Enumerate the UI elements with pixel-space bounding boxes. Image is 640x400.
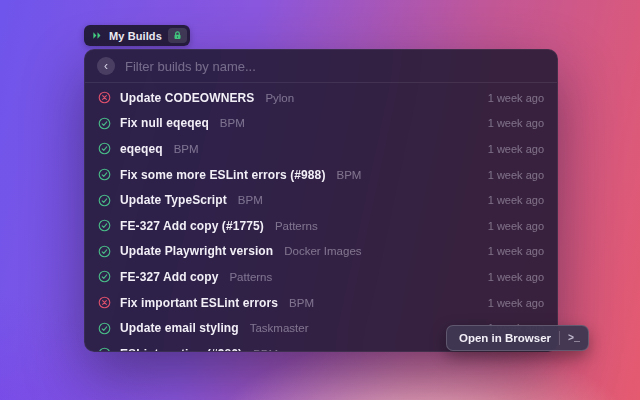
build-title: FE-327 Add copy <box>120 270 218 284</box>
my-builds-tab[interactable]: My Builds <box>84 25 190 46</box>
build-project: Patterns <box>229 271 272 283</box>
build-row[interactable]: Fix important ESLint errors BPM 1 week a… <box>85 290 557 316</box>
build-time: 1 week ago <box>488 92 544 104</box>
terminal-prompt-icon: >_ <box>568 333 580 344</box>
builds-chevrons-icon <box>92 30 103 41</box>
build-row[interactable]: FE-327 Add copy (#1775) Patterns 1 week … <box>85 213 557 239</box>
check-circle-icon <box>98 347 111 352</box>
check-circle-icon <box>98 245 111 258</box>
lock-badge <box>168 28 187 43</box>
builds-panel: ‹ Update CODEOWNERS Pylon 1 week ago Fix… <box>84 49 558 352</box>
build-project: Docker Images <box>284 245 361 257</box>
filter-input[interactable] <box>125 59 545 74</box>
build-title: FE-327 Add copy (#1775) <box>120 219 264 233</box>
build-project: BPM <box>336 169 361 181</box>
build-title: ESLint sorting (#986) <box>120 347 242 352</box>
build-project: BPM <box>289 297 314 309</box>
check-circle-icon <box>98 168 111 181</box>
build-project: Pylon <box>265 92 294 104</box>
build-time: 1 week ago <box>488 271 544 283</box>
x-circle-icon <box>98 91 111 104</box>
build-row[interactable]: Update CODEOWNERS Pylon 1 week ago <box>85 85 557 111</box>
open-in-browser-button[interactable]: Open in Browser >_ <box>446 325 589 351</box>
open-in-browser-label: Open in Browser <box>459 332 551 344</box>
chevron-left-icon: ‹ <box>104 58 108 74</box>
build-row[interactable]: Update Playwright version Docker Images … <box>85 239 557 265</box>
build-row[interactable]: FE-327 Add copy Patterns 1 week ago <box>85 264 557 290</box>
back-button[interactable]: ‹ <box>97 57 115 75</box>
build-title: Fix important ESLint errors <box>120 296 278 310</box>
check-circle-icon <box>98 322 111 335</box>
build-project: Patterns <box>275 220 318 232</box>
search-bar: ‹ <box>85 50 557 83</box>
build-project: BPM <box>238 194 263 206</box>
build-row[interactable]: Fix null eqeqeq BPM 1 week ago <box>85 111 557 137</box>
build-title: Fix null eqeqeq <box>120 116 209 130</box>
my-builds-tab-label: My Builds <box>109 30 162 42</box>
button-divider <box>559 331 560 345</box>
build-project: BPM <box>253 348 278 352</box>
build-row[interactable]: Update TypeScript BPM 1 week ago <box>85 187 557 213</box>
check-circle-icon <box>98 219 111 232</box>
build-time: 1 week ago <box>488 194 544 206</box>
check-circle-icon <box>98 142 111 155</box>
build-project: BPM <box>174 143 199 155</box>
builds-list: Update CODEOWNERS Pylon 1 week ago Fix n… <box>85 83 557 352</box>
build-title: Update TypeScript <box>120 193 227 207</box>
lock-icon <box>172 30 183 41</box>
build-project: BPM <box>220 117 245 129</box>
build-title: Update Playwright version <box>120 244 273 258</box>
build-time: 1 week ago <box>488 220 544 232</box>
build-time: 1 week ago <box>488 245 544 257</box>
check-circle-icon <box>98 194 111 207</box>
check-circle-icon <box>98 270 111 283</box>
build-time: 1 week ago <box>488 143 544 155</box>
build-row[interactable]: eqeqeq BPM 1 week ago <box>85 136 557 162</box>
build-title: Update CODEOWNERS <box>120 91 254 105</box>
check-circle-icon <box>98 117 111 130</box>
build-project: Taskmaster <box>250 322 309 334</box>
x-circle-icon <box>98 296 111 309</box>
build-time: 1 week ago <box>488 169 544 181</box>
build-time: 1 week ago <box>488 117 544 129</box>
build-title: Fix some more ESLint errors (#988) <box>120 168 325 182</box>
build-time: 1 week ago <box>488 297 544 309</box>
build-title: eqeqeq <box>120 142 163 156</box>
build-row[interactable]: Fix some more ESLint errors (#988) BPM 1… <box>85 162 557 188</box>
build-title: Update email styling <box>120 321 239 335</box>
